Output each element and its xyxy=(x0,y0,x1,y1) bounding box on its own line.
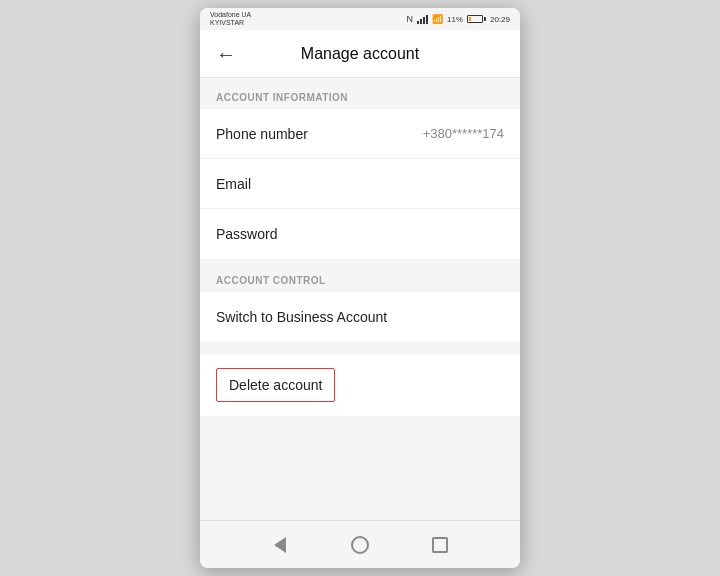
phone-number-label: Phone number xyxy=(216,126,308,142)
switch-business-label: Switch to Business Account xyxy=(216,309,387,325)
back-button[interactable]: ← xyxy=(216,44,236,64)
wifi-icon: 📶 xyxy=(432,14,443,24)
recent-nav-icon xyxy=(432,537,448,553)
nav-recent-button[interactable] xyxy=(429,534,451,556)
signal-icon: N xyxy=(406,14,413,24)
account-control-body: Switch to Business Account xyxy=(200,292,520,342)
account-information-body: Phone number +380******174 Email Passwor… xyxy=(200,109,520,259)
battery-tip xyxy=(484,17,486,21)
back-nav-icon xyxy=(274,537,286,553)
password-label: Password xyxy=(216,226,277,242)
phone-frame: Vodafone UA KYIVSTAR N 📶 11% 20:29 ← xyxy=(200,8,520,568)
nav-back-button[interactable] xyxy=(269,534,291,556)
page-title: Manage account xyxy=(248,45,472,63)
battery-percent: 11% xyxy=(447,15,463,24)
status-right: N 📶 11% 20:29 xyxy=(406,14,510,24)
signal-bars xyxy=(417,15,428,24)
switch-business-item[interactable]: Switch to Business Account xyxy=(200,292,520,342)
account-information-header: ACCOUNT INFORMATION xyxy=(200,78,520,109)
delete-account-section: Delete account xyxy=(200,354,520,416)
account-information-section: ACCOUNT INFORMATION Phone number +380***… xyxy=(200,78,520,259)
delete-account-button[interactable]: Delete account xyxy=(216,368,335,402)
battery-icon xyxy=(467,15,486,23)
account-control-section: ACCOUNT CONTROL Switch to Business Accou… xyxy=(200,261,520,342)
email-label: Email xyxy=(216,176,251,192)
network-name: KYIVSTAR xyxy=(210,19,251,27)
phone-number-value: +380******174 xyxy=(423,126,504,141)
phone-number-item[interactable]: Phone number +380******174 xyxy=(200,109,520,159)
time-display: 20:29 xyxy=(490,15,510,24)
nav-home-button[interactable] xyxy=(349,534,371,556)
account-control-header: ACCOUNT CONTROL xyxy=(200,261,520,292)
email-item[interactable]: Email xyxy=(200,159,520,209)
battery-fill xyxy=(469,17,471,21)
bottom-navigation xyxy=(200,520,520,568)
header: ← Manage account xyxy=(200,30,520,78)
password-item[interactable]: Password xyxy=(200,209,520,259)
carrier-name: Vodafone UA xyxy=(210,11,251,19)
content-area: ACCOUNT INFORMATION Phone number +380***… xyxy=(200,78,520,520)
home-nav-icon xyxy=(351,536,369,554)
carrier-info: Vodafone UA KYIVSTAR xyxy=(210,11,251,26)
status-bar: Vodafone UA KYIVSTAR N 📶 11% 20:29 xyxy=(200,8,520,30)
